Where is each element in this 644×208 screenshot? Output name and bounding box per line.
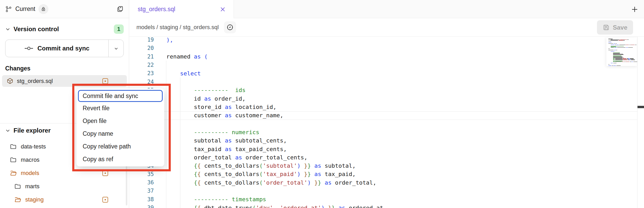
version-control-title: Version control (14, 25, 59, 33)
code-line-38: 38 ---------- timestamps (129, 195, 644, 204)
file-context-menu: Commit file and syncRevert fileOpen file… (76, 88, 164, 166)
line-number: 19 (129, 37, 158, 43)
code-line-28: 28 customer as customer_name, (129, 111, 644, 120)
changes-count-badge: 1 (114, 24, 124, 34)
model-cube-icon (7, 78, 13, 84)
code-line-24: 24 (129, 77, 644, 86)
code-line-29: 29 (129, 120, 644, 128)
breadcrumb-bar: models / staging / stg_orders.sql Save (129, 18, 644, 37)
code-line-37: 37 (129, 187, 644, 195)
menu-item-copy-relative-path[interactable]: Copy relative path (76, 140, 164, 153)
folder-name: macros (21, 157, 40, 163)
line-number: 20 (129, 45, 158, 51)
code-line-25: 25 ---------- ids (129, 86, 644, 94)
breadcrumb: models / staging / stg_orders.sql (136, 24, 219, 31)
code-line-35: 35 {{ cents_to_dollars('tax_paid') }} as… (129, 170, 644, 178)
code-lines: 19),2021renamed as (2223 select2425 ----… (129, 37, 644, 208)
folder-open-icon (10, 170, 17, 177)
tab-bar: stg_orders.sql (129, 0, 644, 18)
modified-folder-badge-icon (102, 196, 109, 203)
line-number: 38 (129, 196, 158, 203)
modified-folder-badge-icon (102, 170, 109, 177)
line-number: 36 (129, 179, 158, 186)
changed-file-row[interactable]: stg_orders.sql (2, 75, 127, 87)
changes-section-title: Changes (5, 65, 124, 72)
save-button-label: Save (613, 24, 627, 31)
commit-and-sync-button[interactable]: Commit and sync (5, 40, 124, 57)
code-line-22: 22 (129, 61, 644, 69)
read-only-lock-badge (38, 4, 48, 14)
code-line-21: 21renamed as ( (129, 53, 644, 61)
overview-ruler[interactable] (637, 37, 644, 208)
folder-name: marts (25, 183, 40, 190)
file-explorer-title: File explorer (14, 127, 51, 134)
changed-file-name: stg_orders.sql (17, 78, 53, 84)
chevron-down-icon (5, 27, 10, 32)
line-number: 37 (129, 188, 158, 194)
line-number: 39 (129, 205, 158, 208)
menu-item-copy-name[interactable]: Copy name (76, 127, 164, 140)
code-line-34: 34 {{ cents_to_dollars('subtotal') }} as… (129, 161, 644, 170)
line-number: 21 (129, 54, 158, 60)
code-line-36: 36 {{ cents_to_dollars('order_total') }}… (129, 178, 644, 187)
commit-options-dropdown[interactable] (108, 40, 123, 57)
code-line-27: 27 store_id as location_id, (129, 103, 644, 111)
line-number: 22 (129, 62, 158, 68)
duplicate-branch-icon[interactable] (116, 5, 124, 13)
branch-header: Current (0, 0, 129, 18)
code-line-32: 32 tax_paid as tax_paid_cents, (129, 145, 644, 153)
folder-name: staging (25, 196, 44, 203)
dbt-ide-page: Current Version control 1 (0, 0, 644, 208)
sidebar-item-marts[interactable]: marts (0, 180, 129, 193)
close-tab-icon[interactable] (220, 6, 226, 12)
sidebar-item-models[interactable]: models (0, 166, 129, 180)
tab-stg-orders[interactable]: stg_orders.sql (129, 0, 234, 18)
code-line-23: 23 select (129, 69, 644, 77)
editor-pane: stg_orders.sql models / staging / stg_or… (129, 0, 644, 208)
folder-name: data-tests (21, 143, 46, 150)
folder-icon (10, 157, 17, 163)
code-line-33: 33 order_total as order_total_cents, (129, 153, 644, 161)
commit-icon (24, 46, 33, 51)
folder-icon (14, 183, 21, 190)
branch-name: Current (15, 5, 35, 12)
git-branch-icon (5, 6, 12, 12)
chevron-down-icon (5, 128, 10, 133)
sidebar-item-staging[interactable]: staging (0, 193, 129, 206)
save-button[interactable]: Save (597, 20, 633, 35)
code-line-20: 20 (129, 44, 644, 52)
lineage-compass-icon[interactable] (224, 21, 236, 33)
menu-item-open-file[interactable]: Open file (76, 115, 164, 127)
menu-item-commit-file-and-sync[interactable]: Commit file and sync (78, 90, 163, 102)
menu-item-copy-as-ref[interactable]: Copy as ref (76, 153, 164, 166)
minimap[interactable] (606, 37, 637, 66)
folder-icon (10, 143, 17, 150)
code-line-31: 31 subtotal as subtotal_cents, (129, 136, 644, 145)
folder-name: models (21, 170, 39, 177)
line-number: 23 (129, 70, 158, 76)
cursor-position-marker (638, 106, 644, 108)
tab-label: stg_orders.sql (138, 6, 175, 13)
save-floppy-icon (603, 24, 610, 31)
folder-open-icon (14, 196, 21, 203)
code-line-39: 39 {{ dbt.date_trunc('day', 'ordered_at'… (129, 204, 644, 208)
modified-file-badge-icon (102, 78, 109, 84)
version-control-header[interactable]: Version control 1 (0, 22, 129, 36)
line-number: 24 (129, 79, 158, 85)
line-number: 35 (129, 171, 158, 177)
code-line-30: 30 ---------- numerics (129, 128, 644, 136)
code-line-26: 26 id as order_id, (129, 94, 644, 103)
code-line-19: 19), (129, 37, 644, 44)
commit-button-label: Commit and sync (37, 45, 89, 52)
code-editor[interactable]: 19),2021renamed as (2223 select2425 ----… (129, 37, 644, 208)
menu-item-revert-file[interactable]: Revert file (76, 102, 164, 115)
new-tab-button[interactable] (630, 5, 639, 14)
